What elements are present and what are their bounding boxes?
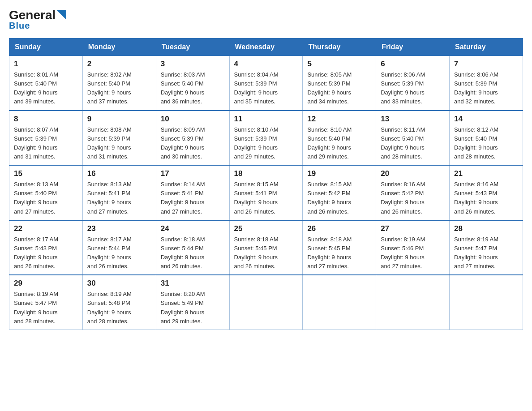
day-info: Sunrise: 8:19 AMSunset: 5:46 PMDaylight:… xyxy=(381,235,445,271)
header-tuesday: Tuesday xyxy=(156,39,229,56)
day-info: Sunrise: 8:02 AMSunset: 5:40 PMDaylight:… xyxy=(87,70,151,107)
day-info: Sunrise: 8:04 AMSunset: 5:39 PMDaylight:… xyxy=(234,70,298,107)
header-sunday: Sunday xyxy=(9,39,83,56)
day-info: Sunrise: 8:19 AMSunset: 5:47 PMDaylight:… xyxy=(454,235,518,271)
calendar-cell: 31Sunrise: 8:20 AMSunset: 5:49 PMDayligh… xyxy=(156,275,229,330)
calendar-body: 1Sunrise: 8:01 AMSunset: 5:40 PMDaylight… xyxy=(9,56,523,330)
day-info: Sunrise: 8:14 AMSunset: 5:41 PMDaylight:… xyxy=(161,180,225,216)
day-number: 11 xyxy=(234,115,298,124)
day-info: Sunrise: 8:17 AMSunset: 5:43 PMDaylight:… xyxy=(14,235,78,271)
calendar-cell: 19Sunrise: 8:15 AMSunset: 5:42 PMDayligh… xyxy=(303,165,376,220)
week-row-1: 1Sunrise: 8:01 AMSunset: 5:40 PMDaylight… xyxy=(9,56,523,111)
day-info: Sunrise: 8:11 AMSunset: 5:40 PMDaylight:… xyxy=(381,125,445,162)
logo-blue: Blue xyxy=(9,21,30,31)
page-header: General Blue xyxy=(9,9,523,31)
header-friday: Friday xyxy=(376,39,450,56)
calendar-cell xyxy=(303,275,376,330)
header-thursday: Thursday xyxy=(303,39,376,56)
day-number: 25 xyxy=(234,224,298,233)
header-monday: Monday xyxy=(82,39,156,56)
day-number: 15 xyxy=(14,169,78,178)
day-number: 13 xyxy=(381,115,445,124)
day-number: 18 xyxy=(234,169,298,178)
day-number: 3 xyxy=(161,60,225,68)
day-info: Sunrise: 8:19 AMSunset: 5:48 PMDaylight:… xyxy=(87,290,151,326)
header-wednesday: Wednesday xyxy=(229,39,303,56)
day-number: 5 xyxy=(307,60,371,68)
calendar-cell: 8Sunrise: 8:07 AMSunset: 5:39 PMDaylight… xyxy=(9,111,83,166)
day-number: 16 xyxy=(87,169,151,178)
calendar-cell: 25Sunrise: 8:18 AMSunset: 5:45 PMDayligh… xyxy=(229,220,303,275)
day-number: 28 xyxy=(454,224,518,233)
day-number: 29 xyxy=(14,279,78,288)
day-number: 19 xyxy=(307,169,371,178)
day-number: 20 xyxy=(381,169,445,178)
week-row-4: 22Sunrise: 8:17 AMSunset: 5:43 PMDayligh… xyxy=(9,220,523,275)
calendar-cell xyxy=(229,275,303,330)
calendar-cell: 22Sunrise: 8:17 AMSunset: 5:43 PMDayligh… xyxy=(9,220,83,275)
day-info: Sunrise: 8:20 AMSunset: 5:49 PMDaylight:… xyxy=(161,290,225,326)
calendar-cell: 5Sunrise: 8:05 AMSunset: 5:39 PMDaylight… xyxy=(303,56,376,111)
day-info: Sunrise: 8:03 AMSunset: 5:40 PMDaylight:… xyxy=(161,70,225,107)
day-number: 26 xyxy=(307,224,371,233)
day-info: Sunrise: 8:13 AMSunset: 5:40 PMDaylight:… xyxy=(14,180,78,216)
day-number: 10 xyxy=(161,115,225,124)
calendar-cell: 4Sunrise: 8:04 AMSunset: 5:39 PMDaylight… xyxy=(229,56,303,111)
calendar-cell: 18Sunrise: 8:15 AMSunset: 5:41 PMDayligh… xyxy=(229,165,303,220)
day-info: Sunrise: 8:16 AMSunset: 5:42 PMDaylight:… xyxy=(381,180,445,216)
calendar-cell: 20Sunrise: 8:16 AMSunset: 5:42 PMDayligh… xyxy=(376,165,450,220)
day-number: 23 xyxy=(87,224,151,233)
day-info: Sunrise: 8:15 AMSunset: 5:41 PMDaylight:… xyxy=(234,180,298,216)
day-number: 12 xyxy=(307,115,371,124)
calendar-cell: 14Sunrise: 8:12 AMSunset: 5:40 PMDayligh… xyxy=(450,111,523,166)
day-info: Sunrise: 8:05 AMSunset: 5:39 PMDaylight:… xyxy=(307,70,371,107)
day-number: 17 xyxy=(161,169,225,178)
calendar-cell: 17Sunrise: 8:14 AMSunset: 5:41 PMDayligh… xyxy=(156,165,229,220)
day-info: Sunrise: 8:07 AMSunset: 5:39 PMDaylight:… xyxy=(14,125,78,162)
calendar-cell: 21Sunrise: 8:16 AMSunset: 5:43 PMDayligh… xyxy=(450,165,523,220)
calendar-cell: 12Sunrise: 8:10 AMSunset: 5:40 PMDayligh… xyxy=(303,111,376,166)
calendar-table: SundayMondayTuesdayWednesdayThursdayFrid… xyxy=(9,38,523,330)
calendar-cell: 1Sunrise: 8:01 AMSunset: 5:40 PMDaylight… xyxy=(9,56,83,111)
day-info: Sunrise: 8:18 AMSunset: 5:45 PMDaylight:… xyxy=(307,235,371,271)
calendar-cell: 13Sunrise: 8:11 AMSunset: 5:40 PMDayligh… xyxy=(376,111,450,166)
day-info: Sunrise: 8:18 AMSunset: 5:44 PMDaylight:… xyxy=(161,235,225,271)
calendar-cell: 23Sunrise: 8:17 AMSunset: 5:44 PMDayligh… xyxy=(82,220,156,275)
calendar-cell: 6Sunrise: 8:06 AMSunset: 5:39 PMDaylight… xyxy=(376,56,450,111)
day-number: 14 xyxy=(454,115,518,124)
day-info: Sunrise: 8:08 AMSunset: 5:39 PMDaylight:… xyxy=(87,125,151,162)
day-info: Sunrise: 8:01 AMSunset: 5:40 PMDaylight:… xyxy=(14,70,78,107)
day-number: 6 xyxy=(381,60,445,68)
day-number: 7 xyxy=(454,60,518,68)
calendar-cell xyxy=(450,275,523,330)
calendar-header: SundayMondayTuesdayWednesdayThursdayFrid… xyxy=(9,39,523,56)
logo: General Blue xyxy=(9,9,66,31)
calendar-cell: 30Sunrise: 8:19 AMSunset: 5:48 PMDayligh… xyxy=(82,275,156,330)
calendar-cell: 11Sunrise: 8:10 AMSunset: 5:39 PMDayligh… xyxy=(229,111,303,166)
day-info: Sunrise: 8:13 AMSunset: 5:41 PMDaylight:… xyxy=(87,180,151,216)
week-row-2: 8Sunrise: 8:07 AMSunset: 5:39 PMDaylight… xyxy=(9,111,523,166)
day-info: Sunrise: 8:09 AMSunset: 5:39 PMDaylight:… xyxy=(161,125,225,162)
header-saturday: Saturday xyxy=(450,39,523,56)
day-number: 22 xyxy=(14,224,78,233)
day-info: Sunrise: 8:16 AMSunset: 5:43 PMDaylight:… xyxy=(454,180,518,216)
day-number: 4 xyxy=(234,60,298,68)
day-number: 30 xyxy=(87,279,151,288)
calendar-cell: 16Sunrise: 8:13 AMSunset: 5:41 PMDayligh… xyxy=(82,165,156,220)
day-info: Sunrise: 8:12 AMSunset: 5:40 PMDaylight:… xyxy=(454,125,518,162)
day-info: Sunrise: 8:18 AMSunset: 5:45 PMDaylight:… xyxy=(234,235,298,271)
logo-arrow-icon xyxy=(56,10,66,20)
day-number: 31 xyxy=(161,279,225,288)
day-number: 2 xyxy=(87,60,151,68)
calendar-cell: 10Sunrise: 8:09 AMSunset: 5:39 PMDayligh… xyxy=(156,111,229,166)
day-number: 21 xyxy=(454,169,518,178)
day-number: 27 xyxy=(381,224,445,233)
day-info: Sunrise: 8:15 AMSunset: 5:42 PMDaylight:… xyxy=(307,180,371,216)
day-number: 9 xyxy=(87,115,151,124)
day-info: Sunrise: 8:10 AMSunset: 5:40 PMDaylight:… xyxy=(307,125,371,162)
calendar-cell: 28Sunrise: 8:19 AMSunset: 5:47 PMDayligh… xyxy=(450,220,523,275)
calendar-cell: 15Sunrise: 8:13 AMSunset: 5:40 PMDayligh… xyxy=(9,165,83,220)
calendar-cell: 24Sunrise: 8:18 AMSunset: 5:44 PMDayligh… xyxy=(156,220,229,275)
logo-general: General xyxy=(9,9,56,21)
calendar-cell: 26Sunrise: 8:18 AMSunset: 5:45 PMDayligh… xyxy=(303,220,376,275)
